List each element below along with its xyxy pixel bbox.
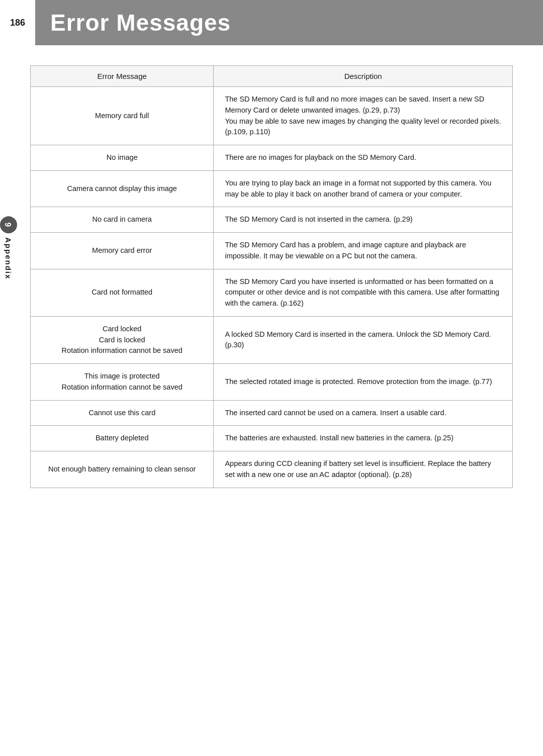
- appendix-label: Appendix: [5, 237, 13, 279]
- error-message-cell: Memory card error: [31, 233, 214, 269]
- page-header: 186 Error Messages: [0, 0, 543, 45]
- page-title: Error Messages: [50, 9, 231, 36]
- error-message-cell: Battery depleted: [31, 426, 214, 451]
- description-cell: There are no images for playback on the …: [214, 145, 513, 171]
- description-cell: The batteries are exhausted. Install new…: [214, 426, 513, 451]
- table-row: No imageThere are no images for playback…: [31, 145, 513, 171]
- error-message-cell: No card in camera: [31, 207, 214, 233]
- column-header-error: Error Message: [31, 66, 214, 87]
- table-row: Memory card fullThe SD Memory Card is fu…: [31, 87, 513, 145]
- error-message-cell: Not enough battery remaining to clean se…: [31, 451, 214, 488]
- error-message-cell: Card lockedCard is lockedRotation inform…: [31, 316, 214, 363]
- error-messages-table: Error Message Description Memory card fu…: [30, 65, 513, 488]
- table-row: Memory card errorThe SD Memory Card has …: [31, 233, 513, 269]
- content-area: Appendix 6 Error Message Description Mem…: [0, 65, 543, 518]
- description-cell: The SD Memory Card is full and no more i…: [214, 87, 513, 145]
- error-message-cell: Camera cannot display this image: [31, 170, 214, 207]
- table-row: Card lockedCard is lockedRotation inform…: [31, 316, 513, 363]
- table-row: Battery depletedThe batteries are exhaus…: [31, 426, 513, 451]
- table-row: Cannot use this cardThe inserted card ca…: [31, 400, 513, 426]
- description-cell: The selected rotated image is protected.…: [214, 364, 513, 401]
- table-row: This image is protectedRotation informat…: [31, 364, 513, 401]
- description-cell: The inserted card cannot be used on a ca…: [214, 400, 513, 426]
- table-row: Camera cannot display this imageYou are …: [31, 170, 513, 207]
- error-message-cell: Memory card full: [31, 87, 214, 145]
- column-header-description: Description: [214, 66, 513, 87]
- error-message-cell: No image: [31, 145, 214, 171]
- table-row: Not enough battery remaining to clean se…: [31, 451, 513, 488]
- description-cell: The SD Memory Card has a problem, and im…: [214, 233, 513, 269]
- table-row: No card in cameraThe SD Memory Card is n…: [31, 207, 513, 233]
- description-cell: A locked SD Memory Card is inserted in t…: [214, 316, 513, 363]
- error-message-cell: Card not formatted: [31, 269, 214, 316]
- error-message-cell: This image is protectedRotation informat…: [31, 364, 214, 401]
- description-cell: The SD Memory Card you have inserted is …: [214, 269, 513, 316]
- page-number: 186: [0, 0, 35, 45]
- sidebar-label: Appendix 6: [0, 216, 17, 279]
- description-cell: You are trying to play back an image in …: [214, 170, 513, 207]
- description-cell: Appears during CCD cleaning if battery s…: [214, 451, 513, 488]
- page-title-box: Error Messages: [35, 0, 543, 45]
- table-header-row: Error Message Description: [31, 66, 513, 87]
- description-cell: The SD Memory Card is not inserted in th…: [214, 207, 513, 233]
- error-message-cell: Cannot use this card: [31, 400, 214, 426]
- table-row: Card not formattedThe SD Memory Card you…: [31, 269, 513, 316]
- chapter-number: 6: [0, 216, 17, 233]
